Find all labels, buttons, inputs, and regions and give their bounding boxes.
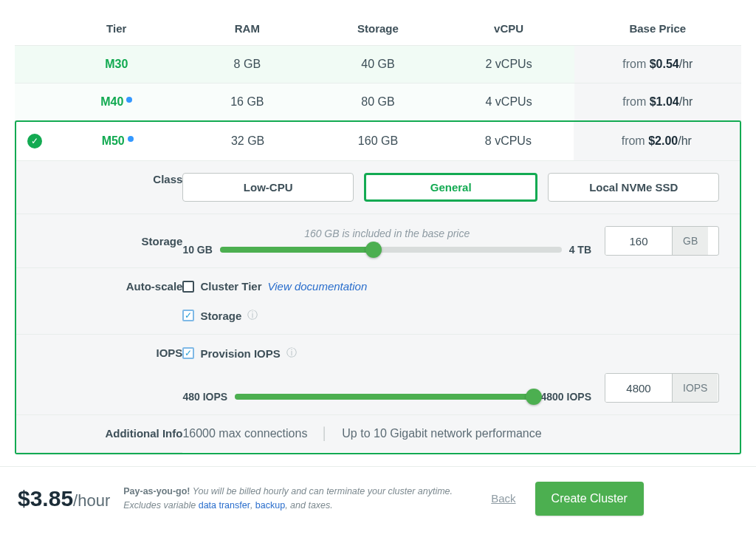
autoscale-label: Auto-scale bbox=[16, 268, 182, 335]
tier-row-m40[interactable]: M40 16 GB 80 GB 4 vCPUs from $1.04/hr bbox=[15, 83, 741, 121]
tier-name: M50 bbox=[52, 122, 182, 161]
iops-row: IOPS ✓ Provision IOPS ⓘ 480 IOPS bbox=[16, 335, 740, 415]
iops-max: 4800 IOPS bbox=[541, 391, 592, 403]
divider-icon: │ bbox=[321, 427, 329, 440]
vcpu-value: 2 vCPUs bbox=[444, 46, 574, 83]
tier-row-m30[interactable]: M30 8 GB 40 GB 2 vCPUs from $0.54/hr bbox=[15, 46, 741, 83]
ram-value: 8 GB bbox=[182, 46, 312, 83]
class-low-cpu-button[interactable]: Low-CPU bbox=[182, 173, 354, 202]
recommended-dot-icon bbox=[126, 97, 132, 103]
view-documentation-link[interactable]: View documentation bbox=[267, 280, 367, 293]
footer-price: $3.85/hour bbox=[18, 486, 110, 511]
storage-checkbox[interactable]: ✓ bbox=[182, 310, 194, 321]
info-icon[interactable]: ⓘ bbox=[286, 346, 297, 360]
header-storage: Storage bbox=[312, 15, 443, 46]
vcpu-value: 8 vCPUs bbox=[443, 122, 573, 161]
selected-check-icon: ✓ bbox=[27, 134, 42, 148]
storage-value: 80 GB bbox=[312, 83, 443, 121]
iops-min: 480 IOPS bbox=[182, 391, 227, 403]
class-group: Low-CPU General Local NVMe SSD bbox=[182, 173, 719, 202]
class-general-button[interactable]: General bbox=[364, 173, 538, 202]
slider-thumb-icon[interactable] bbox=[365, 242, 382, 258]
storage-label: Storage bbox=[16, 214, 182, 268]
storage-max: 4 TB bbox=[569, 244, 591, 256]
selected-tier-panel: ✓ M50 32 GB 160 GB 8 vCPUs from $2.00/hr… bbox=[15, 120, 741, 454]
price-value: from $2.00/hr bbox=[574, 122, 740, 161]
max-connections: 16000 max connections bbox=[182, 427, 307, 440]
iops-slider[interactable] bbox=[235, 394, 533, 400]
backup-link[interactable]: backup bbox=[255, 500, 285, 511]
tier-row-m50[interactable]: ✓ M50 32 GB 160 GB 8 vCPUs from $2.00/hr bbox=[16, 122, 740, 161]
tier-name: M30 bbox=[51, 46, 182, 83]
info-icon[interactable]: ⓘ bbox=[247, 309, 258, 322]
header-tier: Tier bbox=[51, 15, 182, 46]
price-value: from $1.04/hr bbox=[574, 83, 741, 121]
cluster-tier-label: Cluster Tier bbox=[200, 280, 261, 293]
data-transfer-link[interactable]: data transfer bbox=[199, 500, 250, 511]
storage-slider[interactable] bbox=[220, 247, 562, 253]
class-row: Class Low-CPU General Local NVMe SSD bbox=[16, 161, 740, 214]
footer-text: Pay-as-you-go! You will be billed hourly… bbox=[123, 485, 478, 511]
storage-min: 10 GB bbox=[182, 244, 212, 256]
storage-value: 40 GB bbox=[312, 46, 443, 83]
vcpu-value: 4 vCPUs bbox=[444, 83, 574, 121]
network-performance: Up to 10 Gigabit network performance bbox=[342, 427, 541, 440]
storage-unit: GB bbox=[672, 227, 708, 255]
storage-input[interactable] bbox=[605, 227, 672, 255]
class-nvme-button[interactable]: Local NVMe SSD bbox=[548, 173, 719, 202]
price-value: from $0.54/hr bbox=[574, 46, 741, 83]
ram-value: 16 GB bbox=[182, 83, 312, 121]
iops-unit: IOPS bbox=[672, 374, 718, 402]
storage-hint: 160 GB is included in the base price bbox=[182, 228, 591, 239]
slider-thumb-icon[interactable] bbox=[526, 389, 542, 405]
class-label: Class bbox=[16, 161, 182, 214]
iops-label: IOPS bbox=[16, 335, 182, 415]
back-button[interactable]: Back bbox=[491, 492, 515, 505]
header-price: Base Price bbox=[574, 15, 741, 46]
autoscale-storage-label: Storage bbox=[200, 310, 241, 322]
header-row: Tier RAM Storage vCPU Base Price bbox=[15, 15, 741, 46]
storage-value-box: GB bbox=[605, 226, 719, 256]
storage-value: 160 GB bbox=[313, 122, 443, 161]
autoscale-row: Auto-scale Cluster Tier View documentati… bbox=[16, 268, 740, 335]
additional-info-row: Additional Info 16000 max connections │ … bbox=[16, 415, 740, 453]
ram-value: 32 GB bbox=[182, 122, 312, 161]
tier-table: Tier RAM Storage vCPU Base Price M30 8 G… bbox=[15, 15, 741, 121]
storage-row: Storage 160 GB is included in the base p… bbox=[16, 214, 740, 268]
recommended-dot-icon bbox=[128, 136, 134, 142]
header-ram: RAM bbox=[182, 15, 312, 46]
tier-name: M40 bbox=[51, 83, 182, 121]
provision-iops-checkbox[interactable]: ✓ bbox=[182, 347, 194, 359]
footer: $3.85/hour Pay-as-you-go! You will be bi… bbox=[0, 466, 756, 533]
header-vcpu: vCPU bbox=[444, 15, 574, 46]
iops-input[interactable] bbox=[605, 374, 672, 402]
create-cluster-button[interactable]: Create Cluster bbox=[535, 482, 644, 516]
additional-info-label: Additional Info bbox=[16, 415, 182, 453]
iops-value-box: IOPS bbox=[605, 373, 719, 403]
cluster-tier-checkbox[interactable] bbox=[182, 281, 194, 293]
provision-iops-label: Provision IOPS bbox=[200, 347, 280, 360]
